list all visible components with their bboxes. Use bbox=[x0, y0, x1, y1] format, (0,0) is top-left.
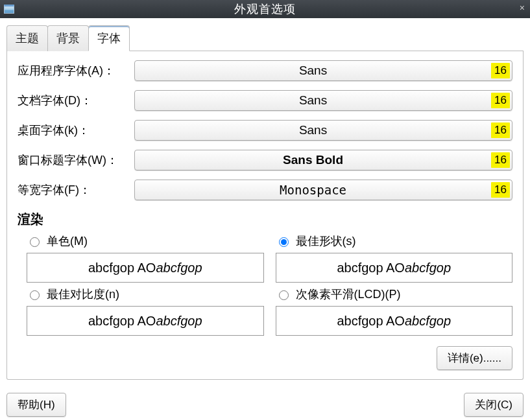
label-doc-font: 文档字体(D)： bbox=[18, 93, 134, 108]
doc-font-name: Sans bbox=[135, 93, 491, 108]
mono-font-size: 16 bbox=[491, 182, 510, 198]
label-title-font: 窗口标题字体(W)： bbox=[18, 152, 134, 168]
button-desk-font[interactable]: Sans 16 bbox=[134, 120, 512, 141]
button-app-font[interactable]: Sans 16 bbox=[134, 60, 512, 81]
title-font-name: Sans Bold bbox=[135, 153, 491, 167]
row-desk-font: 桌面字体(k)： Sans 16 bbox=[18, 120, 512, 141]
row-title-font: 窗口标题字体(W)： Sans Bold 16 bbox=[18, 150, 512, 170]
tab-theme[interactable]: 主题 bbox=[6, 25, 48, 51]
sample-monochrome-italic: abcfgop bbox=[156, 261, 202, 275]
mono-font-name: Monospace bbox=[135, 183, 491, 197]
radio-monochrome[interactable]: 单色(M) bbox=[27, 233, 264, 249]
sample-best-shapes-regular: abcfgop AO bbox=[337, 261, 405, 275]
label-app-font: 应用程序字体(A)： bbox=[18, 63, 134, 78]
sample-subpixel-regular: abcfgop AO bbox=[337, 314, 405, 329]
button-title-font[interactable]: Sans Bold 16 bbox=[134, 150, 512, 170]
radio-subpixel-input[interactable] bbox=[279, 290, 289, 300]
title-font-size: 16 bbox=[491, 152, 510, 168]
button-mono-font[interactable]: Monospace 16 bbox=[134, 180, 512, 200]
label-desk-font: 桌面字体(k)： bbox=[18, 122, 134, 138]
sample-best-shapes: abcfgop AO abcfgop bbox=[276, 253, 513, 283]
sample-monochrome-regular: abcfgop AO bbox=[88, 261, 156, 275]
radio-monochrome-label: 单色(M) bbox=[47, 233, 88, 249]
desk-font-name: Sans bbox=[135, 123, 491, 137]
row-app-font: 应用程序字体(A)： Sans 16 bbox=[18, 60, 512, 81]
details-button[interactable]: 详情(e)...... bbox=[437, 346, 512, 370]
radio-best-shapes-label: 最佳形状(s) bbox=[296, 233, 356, 249]
radio-best-shapes-input[interactable] bbox=[279, 237, 289, 247]
row-mono-font: 等宽字体(F)： Monospace 16 bbox=[18, 180, 512, 200]
tab-bar: 主题 背景 字体 bbox=[6, 25, 524, 51]
sample-monochrome: abcfgop AO abcfgop bbox=[27, 253, 264, 283]
button-doc-font[interactable]: Sans 16 bbox=[134, 90, 512, 111]
tab-panel-font: 应用程序字体(A)： Sans 16 文档字体(D)： Sans 16 桌面字体… bbox=[6, 51, 524, 380]
sample-best-shapes-italic: abcfgop bbox=[405, 261, 451, 275]
close-icon[interactable]: × bbox=[520, 3, 525, 13]
radio-best-contrast[interactable]: 最佳对比度(n) bbox=[27, 286, 264, 302]
radio-subpixel-label: 次像素平滑(LCD)(P) bbox=[296, 286, 401, 302]
sample-best-contrast-italic: abcfgop bbox=[156, 314, 202, 329]
sample-best-contrast-regular: abcfgop AO bbox=[88, 314, 156, 329]
close-button[interactable]: 关闭(C) bbox=[464, 393, 524, 417]
app-font-size: 16 bbox=[491, 63, 510, 78]
tab-font[interactable]: 字体 bbox=[88, 25, 130, 51]
tab-background[interactable]: 背景 bbox=[47, 25, 89, 51]
radio-best-contrast-input[interactable] bbox=[30, 290, 40, 300]
window-icon bbox=[4, 5, 14, 14]
window-title: 外观首选项 bbox=[234, 1, 296, 17]
help-button[interactable]: 帮助(H) bbox=[6, 393, 66, 417]
desk-font-size: 16 bbox=[491, 122, 510, 138]
app-font-name: Sans bbox=[135, 64, 491, 78]
sample-subpixel: abcfgop AO abcfgop bbox=[276, 306, 513, 336]
row-doc-font: 文档字体(D)： Sans 16 bbox=[18, 90, 512, 111]
window-titlebar: 外观首选项 × bbox=[0, 0, 530, 18]
radio-best-shapes[interactable]: 最佳形状(s) bbox=[276, 233, 513, 249]
sample-subpixel-italic: abcfgop bbox=[405, 314, 451, 329]
radio-best-contrast-label: 最佳对比度(n) bbox=[47, 286, 119, 302]
radio-monochrome-input[interactable] bbox=[30, 237, 40, 247]
rendering-heading: 渲染 bbox=[18, 211, 512, 228]
doc-font-size: 16 bbox=[491, 93, 510, 108]
radio-subpixel[interactable]: 次像素平滑(LCD)(P) bbox=[276, 286, 513, 302]
sample-best-contrast: abcfgop AO abcfgop bbox=[27, 306, 264, 336]
label-mono-font: 等宽字体(F)： bbox=[18, 182, 134, 198]
